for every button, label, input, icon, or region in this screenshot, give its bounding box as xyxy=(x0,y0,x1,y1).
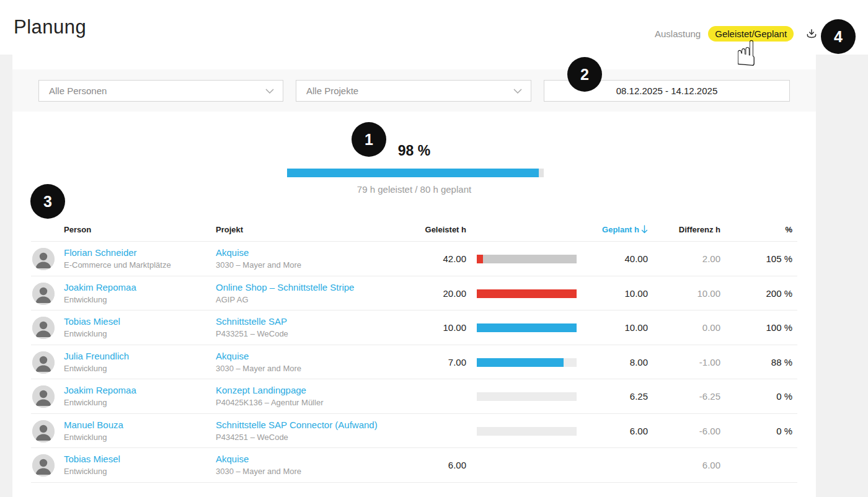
avatar xyxy=(32,248,55,270)
date-range-value: 08.12.2025 - 14.12.2025 xyxy=(616,86,717,96)
avatar xyxy=(32,385,55,408)
table-row: Joakim Repomaa Entwicklung Online Shop –… xyxy=(31,276,797,311)
person-link[interactable]: Manuel Bouza xyxy=(64,420,123,430)
utilization-progress-bar xyxy=(287,169,544,177)
project-link[interactable]: Akquise xyxy=(216,351,301,361)
download-icon[interactable] xyxy=(805,27,818,41)
planning-screen: Planung Auslastung Geleistet/Geplant 98 … xyxy=(0,0,868,497)
person-photo-icon xyxy=(32,454,55,477)
person-role: Entwicklung xyxy=(64,364,129,373)
avatar xyxy=(32,283,55,305)
percent-value: 0 % xyxy=(699,391,792,402)
chevron-down-icon xyxy=(265,89,274,94)
project-number: AGIP AG xyxy=(216,295,354,304)
person-photo-icon xyxy=(32,283,55,305)
project-link[interactable]: Online Shop – Schnittstelle Stripe xyxy=(216,282,354,292)
table-row: Manuel Bouza Entwicklung Schnittstelle S… xyxy=(31,414,797,449)
project-number: 3030 – Mayer and More xyxy=(216,364,301,373)
utilization-progress-fill xyxy=(287,169,539,177)
table-row: Julia Freundlich Entwicklung Akquise 303… xyxy=(31,345,797,380)
utilization-percent: 98 % xyxy=(12,143,816,159)
tab-auslastung[interactable]: Auslastung xyxy=(655,29,701,39)
person-link[interactable]: Tobias Miesel xyxy=(64,316,120,327)
persons-filter-value: Alle Personen xyxy=(49,86,107,96)
person-photo-icon xyxy=(32,248,55,270)
projects-filter-value: Alle Projekte xyxy=(306,86,358,96)
project-number: 3030 – Mayer and More xyxy=(216,467,301,476)
percent-value: 100 % xyxy=(699,322,792,333)
project-number: P433251 – WeCode xyxy=(216,329,288,338)
avatar xyxy=(32,317,55,339)
annotation-marker-2: 2 xyxy=(567,57,602,92)
column-header-person[interactable]: Person xyxy=(64,225,91,234)
person-role: Entwicklung xyxy=(64,433,123,442)
column-header-geleistet[interactable]: Geleistet h xyxy=(373,225,466,234)
project-link[interactable]: Konzept Landingpage xyxy=(216,385,323,395)
hand-cursor-icon: ☝ xyxy=(735,36,757,71)
column-header-project[interactable]: Projekt xyxy=(216,225,243,234)
person-photo-icon xyxy=(32,385,55,408)
avatar xyxy=(32,351,55,374)
table-row: Tobias Miesel Entwicklung Akquise 3030 –… xyxy=(31,448,797,483)
project-link[interactable]: Akquise xyxy=(216,247,301,258)
person-photo-icon xyxy=(32,420,55,442)
person-role: E-Commerce und Marktplätze xyxy=(64,260,171,270)
person-photo-icon xyxy=(32,317,55,339)
annotation-marker-3: 3 xyxy=(30,184,65,219)
projects-filter-select[interactable]: Alle Projekte xyxy=(296,80,531,102)
planning-table: Person Projekt Geleistet h Geplant h Dif… xyxy=(31,217,797,483)
person-link[interactable]: Tobias Miesel xyxy=(64,454,120,464)
content-card: 98 % 79 h geleistet / 80 h geplant Perso… xyxy=(12,55,816,497)
person-link[interactable]: Florian Schneider xyxy=(64,247,171,258)
persons-filter-select[interactable]: Alle Personen xyxy=(38,80,283,102)
project-link[interactable]: Akquise xyxy=(216,454,301,464)
project-link[interactable]: Schnittstelle SAP xyxy=(216,316,288,327)
person-link[interactable]: Joakim Repomaa xyxy=(64,385,136,395)
project-number: P40425K136 – Agentur Müller xyxy=(216,398,323,407)
chevron-down-icon xyxy=(513,89,522,94)
percent-value: 88 % xyxy=(699,357,792,367)
project-number: 3030 – Mayer and More xyxy=(216,260,301,270)
person-link[interactable]: Joakim Repomaa xyxy=(64,282,136,292)
page-title: Planung xyxy=(14,16,86,38)
avatar xyxy=(32,454,55,477)
percent-value: 200 % xyxy=(699,288,792,299)
person-role: Entwicklung xyxy=(64,467,120,476)
progress-bar-segment xyxy=(477,358,564,367)
geleistet-value: 6.00 xyxy=(373,460,466,470)
person-role: Entwicklung xyxy=(64,398,136,407)
geleistet-value: 10.00 xyxy=(373,322,466,333)
person-role: Entwicklung xyxy=(64,295,136,304)
geleistet-value: 7.00 xyxy=(373,357,466,367)
table-row: Joakim Repomaa Entwicklung Konzept Landi… xyxy=(31,379,797,414)
person-role: Entwicklung xyxy=(64,329,120,338)
table-body: Florian Schneider E-Commerce und Marktpl… xyxy=(31,242,797,483)
table-header-row: Person Projekt Geleistet h Geplant h Dif… xyxy=(31,217,797,242)
table-row: Tobias Miesel Entwicklung Schnittstelle … xyxy=(31,310,797,345)
geleistet-value: 42.00 xyxy=(373,253,466,264)
annotation-marker-4: 4 xyxy=(821,19,856,54)
column-header-percent[interactable]: % xyxy=(699,225,792,234)
percent-value: 0 % xyxy=(699,426,792,436)
percent-value: 105 % xyxy=(699,253,792,264)
project-link[interactable]: Schnittstelle SAP Connector (Aufwand) xyxy=(216,420,378,430)
utilization-caption: 79 h geleistet / 80 h geplant xyxy=(12,184,816,195)
differenz-value: 6.00 xyxy=(627,460,720,470)
table-row: Florian Schneider E-Commerce und Marktpl… xyxy=(31,242,797,276)
person-photo-icon xyxy=(32,351,55,374)
geleistet-value: 20.00 xyxy=(373,288,466,299)
row-progress-bar xyxy=(477,461,577,470)
avatar xyxy=(32,420,55,442)
progress-bar-segment xyxy=(477,255,483,263)
person-link[interactable]: Julia Freundlich xyxy=(64,351,129,361)
annotation-marker-1: 1 xyxy=(352,122,386,157)
project-number: P434251 – WeCode xyxy=(216,433,378,442)
